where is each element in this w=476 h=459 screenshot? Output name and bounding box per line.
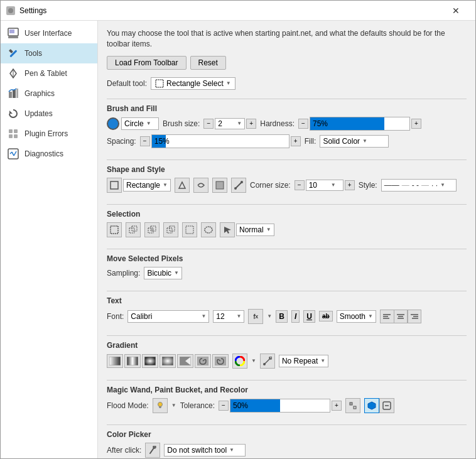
font-fx-arrow: ▼ [267,313,272,319]
brush-size-input[interactable] [218,119,237,128]
flood-type-1[interactable] [364,398,379,413]
italic-button[interactable]: I [291,310,300,323]
grad-linear[interactable] [107,354,123,368]
grad-diamond[interactable] [142,354,158,368]
svg-line-19 [12,152,14,156]
load-from-toolbar-button[interactable]: Load From Toolbar [107,56,187,70]
move-pixels-title: Move Selected Pixels [107,254,467,263]
toolbar-buttons-row: Load From Toolbar Reset [107,56,467,70]
align-left-button[interactable] [380,310,394,323]
sel-mode-intersect[interactable] [163,222,178,237]
hardness-input[interactable]: 75% [310,117,410,131]
sidebar-item-tools[interactable]: Tools [1,43,97,63]
corner-size-input[interactable] [309,181,331,190]
tolerance-input[interactable]: 50% [230,399,330,413]
svg-rect-13 [9,129,13,133]
selection-title: Selection [107,210,467,219]
spacing-increase[interactable]: + [291,136,301,146]
sidebar-label-user-interface: User Interface [24,29,72,38]
gradient-repeat-dropdown[interactable]: No Repeat ▼ [279,355,328,367]
svg-rect-3 [9,30,14,33]
corner-size-dropdown-arrow: ▼ [331,182,336,188]
corner-size-increase[interactable]: + [345,180,355,190]
hardness-value: 75% [310,119,330,128]
selection-mode-dropdown[interactable]: Normal ▼ [236,224,274,236]
brush-size-increase[interactable]: + [246,119,256,129]
default-tool-select[interactable]: Rectangle Select ▼ [151,77,235,90]
sidebar-item-user-interface[interactable]: User Interface [1,23,97,43]
grad-spiral-cw[interactable] [195,354,211,368]
strikethrough-button[interactable]: ab [319,311,333,321]
plugin-icon [7,127,19,140]
sel-mode-cursor[interactable] [220,222,235,237]
line-style-solid: —— [384,181,399,190]
tolerance-value: 50% [230,401,251,410]
close-window-button[interactable]: ✕ [441,1,470,21]
sidebar-item-pen-tablet[interactable]: Pen & Tablet [1,63,97,84]
corner-size-decrease[interactable]: − [295,180,305,190]
svg-rect-47 [109,357,121,365]
underline-button[interactable]: U [303,310,315,323]
color-picker-row: After click: Do not switch tool ▼ [107,443,467,458]
font-dropdown[interactable]: Calibri ▼ [127,310,209,323]
circle-dropdown[interactable]: Circle ▼ [121,117,159,130]
circle-shape-button[interactable] [107,117,119,130]
align-center-button[interactable] [394,310,408,323]
sel-mode-union[interactable] [126,222,141,237]
sidebar-label-updates: Updates [24,109,53,118]
after-click-dropdown[interactable]: Do not switch tool ▼ [164,444,246,456]
fill-dropdown[interactable]: Solid Color ▼ [320,135,389,148]
move-sampling-dropdown[interactable]: Bicubic ▼ [144,267,182,279]
corner-size-spinbox[interactable]: ▼ [306,180,343,191]
sel-mode-exclude[interactable] [144,222,160,237]
shape-icon-button[interactable] [107,178,122,193]
shape-mode-1[interactable] [175,178,190,193]
grad-spiral-ccw[interactable] [212,354,229,368]
sidebar-item-diagnostics[interactable]: Diagnostics [1,144,97,164]
text-row: Font: Calibri ▼ 12 ▼ fx ▼ B I U ab [107,309,467,324]
gradient-color-wheel[interactable] [232,354,247,369]
sidebar: User Interface Tools [1,21,98,458]
grad-linear-reflected[interactable] [124,354,141,368]
shape-mode-3[interactable] [212,178,227,193]
hardness-decrease[interactable]: − [298,119,308,129]
flood-type-2[interactable] [379,398,394,413]
grad-conical[interactable] [177,354,193,368]
font-size-dropdown[interactable]: 12 ▼ [213,310,244,323]
tolerance-decrease[interactable]: − [219,401,229,411]
gradient-section: Gradient [107,341,467,372]
sel-mode-invert-union[interactable] [182,222,197,237]
antialiasing-dropdown[interactable]: Smooth ▼ [337,310,376,323]
default-tool-row: Default tool: Rectangle Select ▼ [107,77,467,90]
sel-mode-replace[interactable] [107,222,122,237]
shape-dropdown[interactable]: Rectangle ▼ [123,179,171,192]
spacing-input[interactable]: 15% [151,134,289,148]
grad-radial[interactable] [160,354,176,368]
spacing-decrease[interactable]: − [140,136,150,146]
gradient-title: Gradient [107,341,467,350]
brush-size-spinbox[interactable]: ▼ [215,118,245,129]
svg-rect-35 [186,226,193,234]
bold-button[interactable]: B [276,310,288,323]
shape-mode-2[interactable] [193,178,208,193]
align-right-button[interactable] [408,310,421,323]
sidebar-item-updates[interactable]: Updates [1,104,97,124]
sel-mode-feather[interactable] [201,222,216,237]
reset-button[interactable]: Reset [190,56,226,70]
gradient-line-icon[interactable] [260,354,275,369]
shape-mode-4[interactable] [231,178,246,193]
brush-size-decrease[interactable]: − [203,119,214,129]
sidebar-item-graphics[interactable]: Graphics [1,84,97,104]
selection-section: Selection [107,210,467,241]
sidebar-item-plugin-errors[interactable]: Plugin Errors [1,124,97,144]
flood-mode-icon[interactable] [153,398,168,413]
hardness-increase[interactable]: + [411,119,421,129]
sidebar-label-diagnostics: Diagnostics [24,149,63,158]
flood-contiguous[interactable] [345,398,360,413]
font-size-value: 12 [216,312,224,321]
font-function-button[interactable]: fx [248,309,263,324]
line-style-dropdown[interactable]: —— — - - — · · ▼ [381,179,457,192]
tolerance-label: Tolerance: [180,401,215,410]
tolerance-increase[interactable]: + [332,401,342,411]
font-size-arrow: ▼ [236,313,241,319]
